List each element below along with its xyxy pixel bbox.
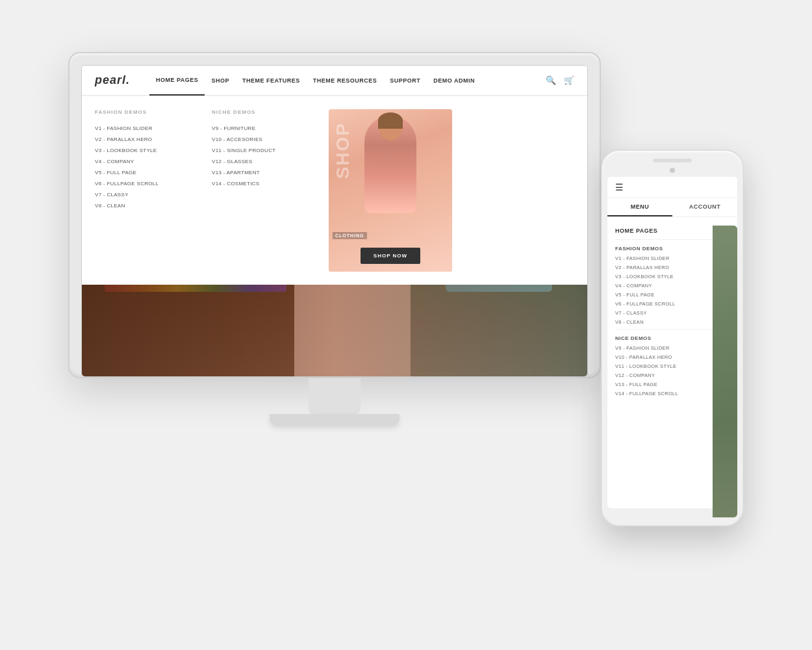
promo-shop-text: SHOP (333, 122, 353, 179)
nav-theme-resources[interactable]: THEME RESOURCES (307, 66, 384, 96)
website: pearl. HOME PAGES SHOP THEME FEATURES TH… (82, 66, 587, 376)
phone-tab-menu[interactable]: MENU (607, 198, 672, 216)
fashion-v6[interactable]: V6 - FULLPAGE SCROLL (95, 178, 199, 189)
phone-frame: ☰ MENU ACCOUNT HOME PAGES FASHION DEMOS … (601, 150, 744, 526)
monitor-stand-neck (309, 378, 361, 414)
fashion-demos-col: FASHION DEMOS V1 - FASHION SLIDER V2 - P… (95, 109, 199, 272)
fashion-v3[interactable]: V3 - LOOKBOOK STYLE (95, 145, 199, 156)
fashion-v8[interactable]: V8 - CLEAN (95, 200, 199, 211)
promo-image: SHOP CLOTHING SHOP NOW (329, 109, 452, 272)
promo-clothing-text: CLOTHING (333, 232, 367, 239)
nav-icons: 🔍 🛒 (546, 75, 574, 85)
nav-home-pages[interactable]: HOME PAGES (149, 66, 205, 96)
mobile-phone: ☰ MENU ACCOUNT HOME PAGES FASHION DEMOS … (601, 150, 744, 526)
nav-links: HOME PAGES SHOP THEME FEATURES THEME RES… (149, 66, 546, 96)
promo-area: SHOP CLOTHING SHOP NOW (329, 109, 574, 272)
niche-v11[interactable]: V11 - SINGLE PRODUCT (212, 145, 316, 156)
search-icon[interactable]: 🔍 (546, 75, 556, 85)
phone-tabs: MENU ACCOUNT (607, 198, 737, 217)
nav-demo-admin[interactable]: DEMO ADMIN (427, 66, 481, 96)
monitor-stand-base (270, 414, 400, 426)
phone-notch (653, 159, 692, 162)
fashion-v7[interactable]: V7 - CLASSY (95, 189, 199, 200)
fashion-v4[interactable]: V4 - COMPANY (95, 156, 199, 167)
fashion-v5[interactable]: V5 - FULL PAGE (95, 167, 199, 178)
cart-icon[interactable]: 🛒 (564, 75, 574, 85)
fashion-v1[interactable]: V1 - FASHION SLIDER (95, 123, 199, 134)
shop-now-button[interactable]: SHOP NOW (361, 248, 420, 264)
niche-v14[interactable]: V14 - COSMETICS (212, 178, 316, 189)
hamburger-icon[interactable]: ☰ (615, 182, 624, 192)
niche-v12[interactable]: V12 - GLASSES (212, 156, 316, 167)
monitor-frame: pearl. HOME PAGES SHOP THEME FEATURES TH… (68, 52, 601, 378)
phone-nav-bar: ☰ (607, 177, 737, 198)
nav-shop[interactable]: SHOP (205, 66, 236, 96)
dropdown-menu: FASHION DEMOS V1 - FASHION SLIDER V2 - P… (82, 96, 587, 285)
nav-theme-features[interactable]: THEME FEATURES (236, 66, 307, 96)
phone-tab-account[interactable]: ACCOUNT (672, 198, 737, 216)
niche-demos-title: NICHE DEMOS (212, 109, 316, 115)
niche-v13[interactable]: V13 - APARTMENT (212, 167, 316, 178)
fashion-v2[interactable]: V2 - PARALLAX HERO (95, 134, 199, 145)
fashion-demos-title: FASHION DEMOS (95, 109, 199, 115)
niche-v10[interactable]: V10 - ACCESORIES (212, 134, 316, 145)
niche-demos-col: NICHE DEMOS V9 - FURNITURE V10 - ACCESOR… (212, 109, 316, 272)
logo: pearl. (95, 73, 130, 87)
desktop-monitor: pearl. HOME PAGES SHOP THEME FEATURES TH… (68, 52, 601, 426)
phone-camera (670, 168, 675, 173)
niche-v9[interactable]: V9 - FURNITURE (212, 123, 316, 134)
monitor-screen: pearl. HOME PAGES SHOP THEME FEATURES TH… (81, 65, 588, 377)
phone-bg-strip (713, 226, 737, 517)
nav-support[interactable]: SUPPORT (383, 66, 427, 96)
nav-bar: pearl. HOME PAGES SHOP THEME FEATURES TH… (82, 66, 587, 96)
